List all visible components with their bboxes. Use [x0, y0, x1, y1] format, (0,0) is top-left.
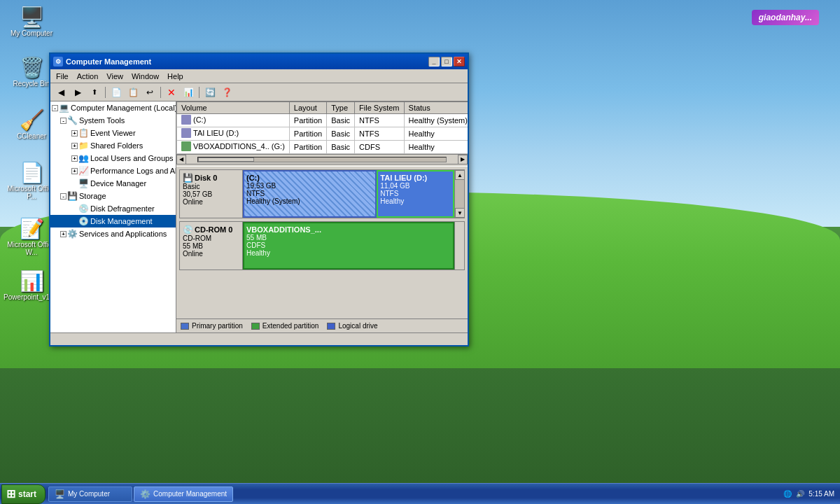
toolbar-undo[interactable]: ↩ [142, 85, 158, 99]
ccleaner-icon: 🧹 [20, 108, 43, 131]
desktop-icon-my-computer[interactable]: 🖥️ My Computer [7, 6, 56, 37]
tree-item-disk-management[interactable]: 💿 Disk Management [50, 215, 176, 227]
tree-item-disk-defrag[interactable]: 💿 Disk Defragmenter [50, 202, 176, 215]
tree-item-system-tools[interactable]: - 🔧 System Tools [50, 114, 176, 127]
tree-item-local-users[interactable]: + 👥 Local Users and Groups [50, 152, 176, 164]
window-title: Computer Management [66, 57, 151, 66]
menu-view[interactable]: View [102, 71, 127, 82]
taskbar-comp-mgmt-label: Computer Management [153, 490, 227, 498]
disk-map-scrollbar[interactable]: ▲ ▼ [454, 170, 464, 218]
start-button[interactable]: ⊞ start [1, 484, 46, 504]
partition-c-status: Healthy (System) [246, 197, 373, 205]
menu-help[interactable]: Help [163, 71, 188, 82]
maximize-button[interactable]: □ [441, 57, 452, 66]
partition-c-fs: NTFS [246, 190, 373, 197]
table-row[interactable]: TAI LIEU (D:) Partition Basic NTFS Healt… [177, 127, 468, 141]
legend-primary-label: Primary partition [192, 322, 243, 330]
scroll-up-btn[interactable]: ▲ [455, 170, 465, 180]
recycle-bin-label: Recycle Bin [13, 80, 50, 88]
taskbar-computer-management[interactable]: ⚙️ Computer Management [134, 486, 233, 502]
minimize-button[interactable]: _ [428, 57, 440, 66]
tree-label-computer-management: Computer Management (Local) [71, 104, 176, 112]
tree-label-storage: Storage [79, 192, 106, 200]
legend-logical-color [327, 323, 335, 330]
tree-item-event-viewer[interactable]: + 📋 Event Viewer [50, 127, 176, 139]
toolbar-properties[interactable]: 📊 [181, 85, 196, 99]
expand-storage[interactable]: - [60, 193, 66, 200]
scroll-left-btn[interactable]: ◀ [176, 155, 186, 164]
expand-perf-logs[interactable]: + [71, 168, 78, 174]
toolbar-back[interactable]: ◀ [53, 85, 69, 99]
scroll-thumb[interactable] [198, 158, 254, 162]
tree-label-disk-management: Disk Management [90, 217, 153, 225]
tree-item-services[interactable]: + ⚙️ Services and Applications [50, 227, 176, 240]
legend-extended: Extended partition [251, 322, 319, 330]
table-row[interactable]: (C:) Partition Basic NTFS Healthy (Syste… [177, 114, 468, 127]
partition-d[interactable]: TAI LIEU (D:) 11,04 GB NTFS Healthy [377, 170, 454, 218]
partition-c-label: (C:) [246, 174, 373, 182]
scroll-track[interactable] [197, 157, 447, 162]
tree-item-shared-folders[interactable]: + 📁 Shared Folders [50, 139, 176, 152]
taskbar-my-computer[interactable]: 🖥️ My Computer [48, 486, 132, 502]
left-panel: - 💻 Computer Management (Local) - 🔧 Syst… [50, 102, 176, 332]
expand-services[interactable]: + [60, 231, 66, 237]
close-button[interactable]: ✕ [454, 57, 465, 66]
taskbar-items: 🖥️ My Computer ⚙️ Computer Management [48, 486, 783, 502]
toolbar-forward[interactable]: ▶ [70, 85, 85, 99]
cdrom-partitions: VBOXADDITIONS_... 55 MB CDFS Healthy [243, 222, 454, 270]
toolbar: ◀ ▶ ⬆ 📄 📋 ↩ ✕ 📊 🔄 ❓ [50, 83, 468, 102]
vol-status-c: Healthy (System) [404, 114, 468, 127]
tree-item-performance-logs[interactable]: + 📈 Performance Logs and Alerts [50, 164, 176, 177]
toolbar-up[interactable]: ⬆ [87, 85, 102, 99]
legend-extended-label: Extended partition [262, 322, 319, 330]
toolbar-delete[interactable]: ✕ [164, 85, 179, 99]
right-panel: Volume Layout Type File System Status Ca… [176, 102, 468, 332]
vol-layout-c: Partition [289, 114, 326, 127]
main-content: - 💻 Computer Management (Local) - 🔧 Syst… [50, 102, 468, 332]
tree-item-device-manager[interactable]: 🖥️ Device Manager [50, 177, 176, 190]
taskbar-comp-mgmt-icon: ⚙️ [140, 489, 150, 499]
tree-label-shared-folders: Shared Folders [90, 141, 143, 150]
partition-cdrom[interactable]: VBOXADDITIONS_... 55 MB CDFS Healthy [243, 222, 454, 270]
table-row[interactable]: VBOXADDITIONS_4.. (G:) Partition Basic C… [177, 141, 468, 154]
title-bar: ⚙ Computer Management _ □ ✕ [50, 54, 468, 69]
col-status: Status [404, 102, 468, 114]
performance-logs-icon: 📈 [78, 165, 89, 176]
toolbar-copy[interactable]: 📄 [108, 85, 124, 99]
title-bar-buttons: _ □ ✕ [428, 57, 465, 66]
scroll-down-btn[interactable]: ▼ [455, 208, 465, 218]
toolbar-help[interactable]: ❓ [219, 85, 234, 99]
cdrom-name: 💿 CD-ROM 0 [183, 225, 239, 234]
storage-icon: 💾 [66, 190, 78, 202]
toolbar-refresh[interactable]: 🔄 [202, 85, 218, 99]
scroll-track-v [455, 180, 464, 208]
vol-fs-g: CDFS [355, 141, 404, 154]
expand-shared-folders[interactable]: + [71, 143, 78, 149]
scroll-right-btn[interactable]: ▶ [458, 155, 468, 164]
col-fs: File System [355, 102, 404, 114]
toolbar-sep3 [199, 87, 200, 98]
ccleaner-label: CCleaner [17, 132, 46, 140]
menu-action[interactable]: Action [73, 71, 103, 82]
partition-d-label: TAI LIEU (D:) [380, 174, 451, 182]
expand-system-tools[interactable]: - [60, 118, 66, 124]
toolbar-paste[interactable]: 📋 [125, 85, 141, 99]
partition-c[interactable]: (C:) 19,53 GB NTFS Healthy (System) [243, 170, 377, 218]
tree-item-computer-management[interactable]: - 💻 Computer Management (Local) [50, 102, 176, 114]
menu-file[interactable]: File [52, 71, 73, 82]
expand-icon[interactable]: - [52, 105, 58, 111]
menu-window[interactable]: Window [127, 71, 163, 82]
disk0-status: Online [183, 198, 239, 206]
expand-local-users[interactable]: + [71, 155, 78, 162]
system-tools-icon: 🔧 [66, 115, 78, 126]
tree-item-storage[interactable]: - 💾 Storage [50, 190, 176, 202]
powerpoint-icon: 📊 [20, 270, 43, 292]
window-icon: ⚙ [53, 57, 63, 66]
expand-event-viewer[interactable]: + [71, 130, 78, 136]
partition-cdrom-status: Healthy [246, 249, 451, 257]
cdrom-icon: 💿 [183, 225, 193, 234]
recycle-bin-icon: 🗑️ [20, 56, 43, 78]
vol-layout-g: Partition [289, 141, 326, 154]
table-scrollbar[interactable]: ◀ ▶ [176, 154, 468, 164]
tree-label-system-tools: System Tools [79, 116, 125, 125]
